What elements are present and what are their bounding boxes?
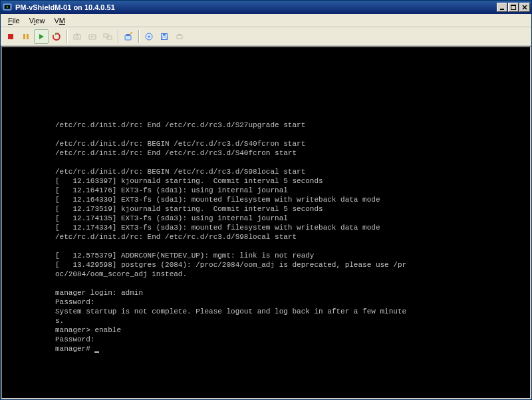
connect-cdrom-button[interactable]: [142, 29, 156, 44]
svg-rect-15: [126, 34, 130, 36]
window-title: PM-vShieldM-01 on 10.4.0.51: [15, 1, 497, 14]
app-icon: [2, 2, 13, 13]
snapshot-manager-button[interactable]: [100, 29, 115, 44]
svg-point-17: [148, 35, 150, 37]
vm-settings-button[interactable]: [121, 29, 136, 44]
revert-snapshot-button[interactable]: [85, 29, 100, 44]
svg-rect-14: [125, 35, 131, 40]
suspend-button[interactable]: [19, 29, 33, 44]
svg-rect-10: [76, 33, 78, 35]
vm-console-window: PM-vShieldM-01 on 10.4.0.51 File View VM: [0, 0, 532, 400]
svg-rect-6: [23, 34, 25, 39]
console-output: /etc/rc.d/init.d/rc: End /etc/rc.d/rc3.d…: [2, 120, 530, 353]
power-on-button[interactable]: [34, 29, 49, 44]
connect-floppy-button[interactable]: [157, 29, 172, 44]
window-controls: [497, 3, 530, 12]
svg-rect-5: [8, 34, 13, 39]
maximize-button[interactable]: [508, 3, 519, 12]
toolbar-separator: [138, 30, 139, 43]
toolbar-separator: [66, 30, 67, 43]
svg-rect-21: [177, 35, 182, 39]
text-cursor: [94, 351, 99, 353]
minimize-button[interactable]: [497, 3, 507, 12]
menu-view[interactable]: View: [25, 15, 50, 26]
svg-point-9: [76, 35, 78, 38]
menu-file[interactable]: File: [3, 15, 25, 26]
connect-usb-button[interactable]: [172, 29, 187, 44]
reset-button[interactable]: [49, 29, 64, 44]
svg-rect-2: [500, 9, 504, 10]
svg-rect-4: [511, 5, 516, 6]
toolbar: [1, 27, 531, 46]
toolbar-separator: [118, 30, 118, 43]
power-off-button[interactable]: [3, 29, 18, 44]
svg-rect-19: [163, 33, 166, 35]
titlebar[interactable]: PM-vShieldM-01 on 10.4.0.51: [1, 1, 531, 14]
menu-vm[interactable]: VM: [49, 15, 70, 26]
svg-rect-22: [178, 34, 181, 35]
svg-rect-20: [162, 37, 166, 39]
vm-console[interactable]: /etc/rc.d/init.d/rc: End /etc/rc.d/rc3.d…: [1, 46, 531, 399]
snapshot-button[interactable]: [70, 29, 84, 44]
svg-rect-7: [27, 34, 29, 39]
menubar: File View VM: [1, 14, 531, 27]
close-button[interactable]: [519, 3, 530, 12]
